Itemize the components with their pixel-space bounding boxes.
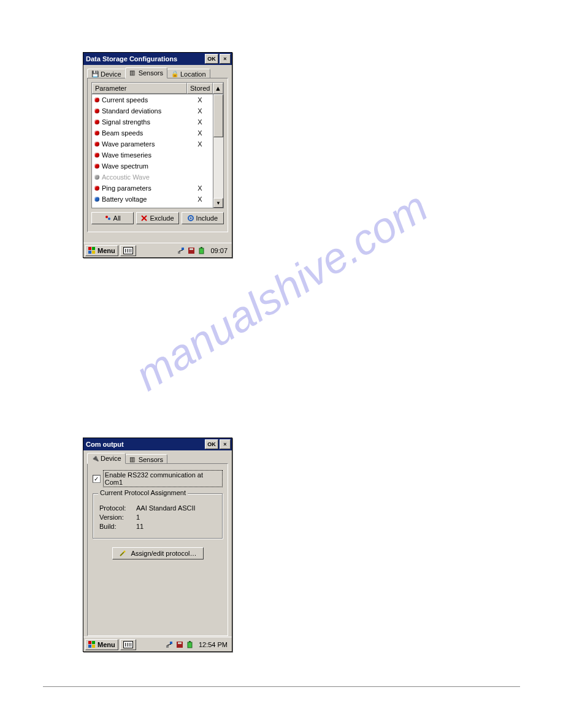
close-button[interactable]: × <box>220 54 231 64</box>
windows-icon <box>88 247 96 254</box>
window-title: Com output <box>86 441 205 448</box>
tabs: 💾 Device ▥ Sensors 🔒 Location <box>83 65 232 78</box>
table-row[interactable]: Beam speedsX <box>92 127 213 138</box>
table-row: Accoustic Wave <box>92 172 213 183</box>
exclude-button[interactable]: Exclude <box>136 212 178 224</box>
battery-icon[interactable] <box>186 640 194 649</box>
version-value: 1 <box>136 514 140 521</box>
tab-device[interactable]: 💾 Device <box>87 69 126 78</box>
sensor-icon: ▥ <box>129 69 137 77</box>
lock-icon: 🔒 <box>171 70 178 78</box>
taskbar: Menu 09:07 <box>83 243 232 257</box>
tab-label: Device <box>101 455 121 462</box>
table-row[interactable]: Signal strengthsX <box>92 116 213 127</box>
svg-rect-20 <box>92 641 95 644</box>
tab-location[interactable]: 🔒 Location <box>167 69 210 78</box>
tab-sensors[interactable]: ▥ Sensors <box>125 67 167 78</box>
status-dot-icon <box>94 131 99 135</box>
disk-icon[interactable] <box>175 640 184 649</box>
svg-point-5 <box>190 218 191 219</box>
svg-rect-29 <box>189 641 191 642</box>
protocol-groupbox: Current Protocol Assignment Protocol:AAI… <box>93 493 223 539</box>
table-row[interactable]: Wave parametersX <box>92 138 213 150</box>
table-row[interactable]: Battery voltageX <box>92 194 213 205</box>
svg-rect-16 <box>201 247 202 248</box>
column-stored[interactable]: Stored <box>187 83 213 94</box>
table-row[interactable]: Current speedsX <box>92 94 213 105</box>
ok-button[interactable]: OK <box>205 439 218 449</box>
enable-rs232-checkbox[interactable]: ✓ <box>93 475 101 483</box>
system-tray: 09:07 <box>177 246 230 255</box>
column-parameter[interactable]: Parameter <box>92 83 187 94</box>
svg-rect-14 <box>190 248 193 250</box>
tabs: 🔌 Device ▥ Sensors <box>83 450 232 463</box>
keyboard-button[interactable] <box>120 639 136 650</box>
disk-icon[interactable] <box>187 246 196 255</box>
svg-point-0 <box>105 216 108 218</box>
svg-line-25 <box>167 644 171 645</box>
battery-icon[interactable] <box>197 246 206 255</box>
network-icon[interactable] <box>177 246 185 255</box>
keyboard-button[interactable] <box>120 245 136 256</box>
device-panel: ✓ Enable RS232 communication at Com1 Cur… <box>87 463 228 636</box>
tab-label: Location <box>180 70 206 78</box>
protocol-label: Protocol: <box>99 504 136 512</box>
svg-rect-22 <box>92 645 95 648</box>
status-dot-icon <box>94 108 99 113</box>
svg-point-1 <box>108 218 110 220</box>
keyboard-icon <box>123 247 133 254</box>
include-button[interactable]: Include <box>182 212 224 224</box>
checkbox-label[interactable]: Enable RS232 communication at Com1 <box>103 470 223 487</box>
svg-rect-9 <box>92 251 95 254</box>
svg-rect-11 <box>182 248 184 250</box>
table-body: Current speedsX Standard deviationsX Sig… <box>92 94 213 208</box>
table-row[interactable]: Wave timeseries <box>92 150 213 161</box>
build-value: 11 <box>136 523 144 530</box>
table-row[interactable]: Wave spectrum <box>92 161 213 172</box>
build-label: Build: <box>99 523 136 530</box>
svg-rect-19 <box>88 641 91 644</box>
status-dot-icon <box>94 197 99 202</box>
wand-icon <box>119 550 126 557</box>
menu-button[interactable]: Menu <box>85 639 118 650</box>
sensors-panel: Parameter Stored ▲ Current speedsX Stand… <box>87 78 228 232</box>
table-row[interactable]: Standard deviationsX <box>92 105 213 116</box>
all-button[interactable]: All <box>91 212 134 224</box>
svg-line-17 <box>120 552 124 556</box>
clock: 09:07 <box>208 247 230 254</box>
scroll-down-button[interactable]: ▼ <box>213 198 223 208</box>
menu-button[interactable]: Menu <box>85 245 118 256</box>
status-dot-icon <box>94 97 99 102</box>
svg-rect-28 <box>188 642 192 648</box>
tab-device[interactable]: 🔌 Device <box>87 453 126 464</box>
svg-rect-21 <box>88 645 91 648</box>
titlebar: Com output OK × <box>83 438 232 450</box>
groupbox-title: Current Protocol Assignment <box>98 489 188 496</box>
svg-rect-15 <box>199 248 204 254</box>
table-row[interactable]: Ping parametersX <box>92 183 213 194</box>
data-storage-window: Data Storage Configurations OK × 💾 Devic… <box>83 52 232 258</box>
keyboard-icon <box>123 641 133 648</box>
network-icon[interactable] <box>165 640 174 649</box>
tab-label: Device <box>101 70 121 78</box>
windows-icon <box>88 641 96 648</box>
ok-button[interactable]: OK <box>205 54 218 64</box>
titlebar: Data Storage Configurations OK × <box>83 53 232 65</box>
assign-edit-protocol-button[interactable]: Assign/edit protocol… <box>112 547 204 559</box>
scroll-up-button[interactable]: ▲ <box>213 83 223 94</box>
tab-sensors[interactable]: ▥ Sensors <box>125 454 167 463</box>
taskbar: Menu 12:54 PM <box>83 637 232 651</box>
svg-rect-10 <box>178 251 180 254</box>
circle-icon <box>188 215 194 221</box>
scrollbar-thumb[interactable] <box>213 94 223 137</box>
tab-label: Sensors <box>139 456 163 463</box>
close-button[interactable]: × <box>220 439 231 449</box>
scrollbar[interactable]: ▼ <box>213 94 223 208</box>
table-header: Parameter Stored ▲ <box>92 83 223 94</box>
system-tray: 12:54 PM <box>165 640 230 649</box>
status-dot-icon <box>94 175 99 180</box>
scrollbar-track[interactable] <box>213 137 223 198</box>
svg-rect-27 <box>178 642 182 644</box>
window-title: Data Storage Configurations <box>86 55 205 63</box>
status-dot-icon <box>94 186 99 191</box>
